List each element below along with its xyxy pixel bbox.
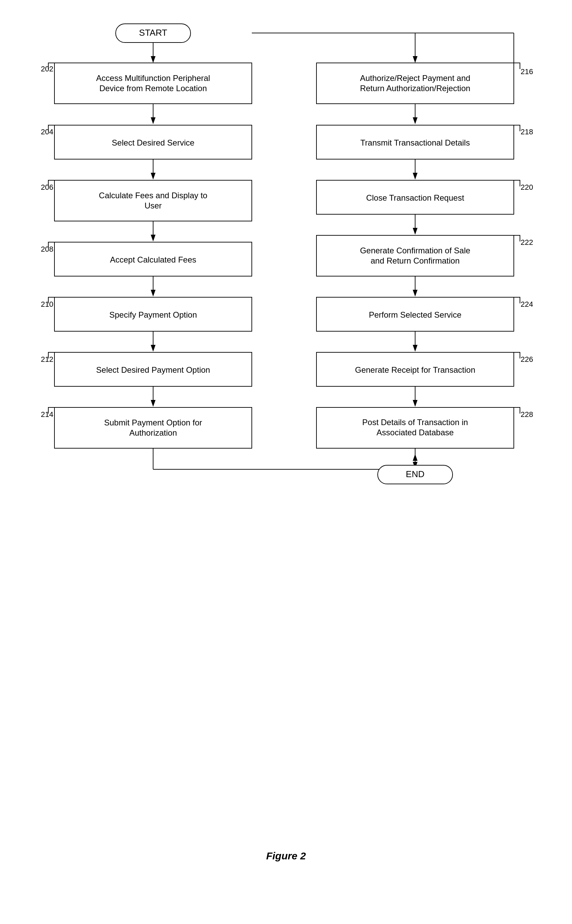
- node-214-text2: Authorization: [129, 428, 177, 437]
- label-212: 212: [41, 355, 53, 364]
- figure-label: Figure 2: [20, 850, 552, 862]
- node-228-text: Post Details of Transaction in: [362, 418, 468, 427]
- svg-rect-15: [54, 408, 252, 448]
- svg-rect-3: [54, 63, 252, 104]
- label-208: 208: [41, 245, 53, 253]
- end-label: END: [406, 469, 425, 479]
- node-224-text: Perform Selected Service: [369, 310, 462, 319]
- label-222: 222: [521, 238, 533, 247]
- label-228: 228: [521, 410, 533, 419]
- node-222-text2: and Return Confirmation: [371, 256, 459, 265]
- node-202-text: Access Multifunction Peripheral: [96, 73, 210, 83]
- svg-rect-7: [54, 180, 252, 221]
- label-214: 214: [41, 410, 53, 419]
- node-206-text2: User: [145, 201, 162, 210]
- node-218-text: Transmit Transactional Details: [361, 138, 470, 147]
- label-204: 204: [41, 127, 53, 136]
- label-218: 218: [521, 127, 533, 136]
- label-202: 202: [41, 65, 53, 73]
- node-222-text: Generate Confirmation of Sale: [360, 246, 470, 255]
- node-214-text: Submit Payment Option for: [104, 418, 202, 427]
- node-216-text2: Return Authorization/Rejection: [360, 84, 470, 93]
- node-228-text2: Associated Database: [377, 428, 454, 437]
- label-226: 226: [521, 355, 533, 364]
- label-224: 224: [521, 300, 533, 309]
- node-212-text: Select Desired Payment Option: [96, 365, 210, 374]
- svg-rect-28: [317, 235, 514, 276]
- label-210: 210: [41, 300, 53, 309]
- label-216: 216: [521, 67, 533, 76]
- label-206: 206: [41, 183, 53, 191]
- node-220-text: Close Transaction Request: [366, 193, 464, 202]
- node-226-text: Generate Receipt for Transaction: [355, 365, 476, 374]
- svg-rect-22: [317, 63, 514, 104]
- node-210-text: Specify Payment Option: [109, 310, 197, 319]
- diagram-container: START 202 Access Multifunction Periphera…: [0, 0, 572, 875]
- node-216-text: Authorize/Reject Payment and: [360, 73, 470, 83]
- node-206-text: Calculate Fees and Display to: [99, 191, 208, 200]
- label-220: 220: [521, 183, 533, 191]
- flowchart-svg: START 202 Access Multifunction Periphera…: [20, 14, 552, 830]
- node-204-text: Select Desired Service: [112, 138, 194, 147]
- start-label: START: [139, 28, 168, 38]
- node-208-text: Accept Calculated Fees: [110, 255, 196, 264]
- node-202-text2: Device from Remote Location: [99, 84, 207, 93]
